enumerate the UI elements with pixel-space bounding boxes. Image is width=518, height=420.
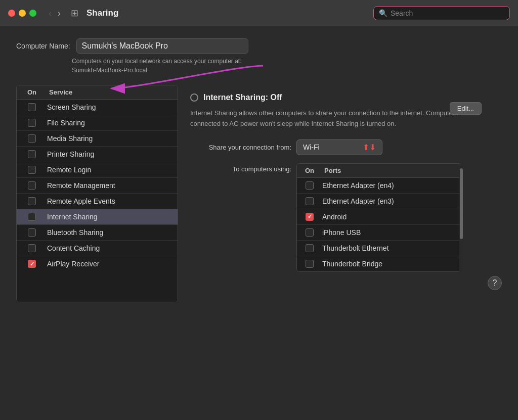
service-row-remote-apple-events[interactable]: Remote Apple Events: [17, 194, 178, 209]
col-service-header: Service: [47, 88, 178, 96]
service-row-remote-management[interactable]: Remote Management: [17, 178, 178, 194]
service-checkbox-remote-login[interactable]: [28, 166, 36, 174]
titlebar: ‹ › ⊞ Sharing 🔍: [0, 0, 518, 26]
maximize-button[interactable]: [29, 10, 36, 17]
traffic-lights: [8, 10, 36, 17]
service-checkbox-cell-printer-sharing: [17, 150, 47, 158]
services-list: On Service Screen SharingFile SharingMed…: [16, 85, 178, 302]
port-checkbox-cell-5: [297, 260, 322, 268]
service-row-file-sharing[interactable]: File Sharing: [17, 115, 178, 131]
port-label-4: Thunderbolt Ethernet: [322, 244, 463, 252]
computer-name-label: Computer Name:: [16, 42, 70, 50]
services-header: On Service: [17, 85, 178, 100]
service-checkbox-cell-screen-sharing: [17, 103, 47, 111]
service-checkbox-screen-sharing[interactable]: [28, 103, 36, 111]
nav-arrows: ‹ ›: [47, 8, 63, 19]
port-checkbox-cell-0: [297, 181, 322, 190]
port-label-5: Thunderbolt Bridge: [322, 260, 463, 268]
edit-button[interactable]: Edit...: [450, 102, 482, 115]
back-button[interactable]: ‹: [47, 8, 54, 19]
search-input[interactable]: [391, 9, 504, 17]
port-checkbox-1[interactable]: [306, 197, 314, 205]
ports-rows: Ethernet Adapter (en4)Ethernet Adapter (…: [297, 178, 463, 271]
service-label-bluetooth-sharing: Bluetooth Sharing: [47, 228, 178, 237]
port-checkbox-5[interactable]: [306, 260, 314, 268]
service-label-screen-sharing: Screen Sharing: [47, 103, 178, 111]
scrollbar-track: [459, 163, 463, 272]
port-row-4[interactable]: Thunderbolt Ethernet: [297, 241, 463, 256]
service-checkbox-cell-bluetooth-sharing: [17, 228, 47, 237]
service-checkbox-printer-sharing[interactable]: [28, 150, 36, 158]
service-label-printer-sharing: Printer Sharing: [47, 150, 178, 158]
service-checkbox-cell-remote-management: [17, 181, 47, 190]
service-row-bluetooth-sharing[interactable]: Bluetooth Sharing: [17, 225, 178, 241]
port-label-3: iPhone USB: [322, 228, 463, 237]
computer-name-input[interactable]: [76, 38, 248, 54]
internet-sharing-radio[interactable]: [190, 94, 198, 102]
service-checkbox-cell-airplay-receiver: [17, 260, 47, 268]
service-checkbox-cell-content-caching: [17, 244, 47, 252]
port-label-2: Android: [322, 213, 463, 221]
service-row-screen-sharing[interactable]: Screen Sharing: [17, 100, 178, 115]
service-row-printer-sharing[interactable]: Printer Sharing: [17, 147, 178, 162]
network-info-line2: Sumukh-MacBook-Pro.local: [72, 67, 147, 74]
service-row-remote-login[interactable]: Remote Login: [17, 162, 178, 178]
service-checkbox-media-sharing[interactable]: [28, 134, 36, 143]
wifi-dropdown-value: Wi-Fi: [303, 143, 320, 151]
internet-sharing-title: Internet Sharing: Off: [203, 93, 282, 102]
service-checkbox-airplay-receiver[interactable]: [28, 260, 36, 268]
computers-using-row: To computers using: On Ports Ethernet Ad…: [190, 163, 490, 272]
port-checkbox-4[interactable]: [306, 244, 314, 252]
service-row-internet-sharing[interactable]: Internet Sharing: [17, 209, 178, 225]
port-checkbox-cell-1: [297, 197, 322, 205]
port-checkbox-cell-4: [297, 244, 322, 252]
computers-using-label: To computers using:: [190, 163, 291, 173]
network-info: Computers on your local network can acce…: [72, 57, 502, 75]
port-label-1: Ethernet Adapter (en3): [322, 197, 463, 205]
dropdown-arrow-icon: ⬆⬇: [363, 143, 376, 152]
ports-table: On Ports Ethernet Adapter (en4)Ethernet …: [296, 163, 463, 272]
service-checkbox-cell-file-sharing: [17, 119, 47, 127]
service-checkbox-content-caching[interactable]: [28, 244, 36, 252]
service-checkbox-cell-remote-apple-events: [17, 197, 47, 205]
port-checkbox-cell-2: [297, 213, 322, 221]
service-label-remote-apple-events: Remote Apple Events: [47, 197, 178, 205]
service-label-file-sharing: File Sharing: [47, 119, 178, 127]
close-button[interactable]: [8, 10, 15, 17]
port-row-5[interactable]: Thunderbolt Bridge: [297, 256, 463, 271]
service-row-media-sharing[interactable]: Media Sharing: [17, 131, 178, 147]
service-checkbox-remote-management[interactable]: [28, 181, 36, 190]
forward-button[interactable]: ›: [56, 8, 63, 19]
service-checkbox-internet-sharing[interactable]: [28, 213, 36, 221]
edit-button-wrap: Edit...: [450, 102, 482, 115]
service-label-internet-sharing: Internet Sharing: [47, 213, 178, 221]
main-wrapper: Computer Name: Computers on your local n…: [0, 26, 518, 302]
port-row-1[interactable]: Ethernet Adapter (en3): [297, 194, 463, 209]
service-checkbox-bluetooth-sharing[interactable]: [28, 228, 36, 237]
port-label-0: Ethernet Adapter (en4): [322, 181, 463, 190]
service-checkbox-remote-apple-events[interactable]: [28, 197, 36, 205]
connection-from-row: Share your connection from: Wi-Fi ⬆⬇: [190, 139, 490, 155]
service-row-airplay-receiver[interactable]: AirPlay Receiver: [17, 256, 178, 271]
service-row-content-caching[interactable]: Content Caching: [17, 241, 178, 256]
service-checkbox-file-sharing[interactable]: [28, 119, 36, 127]
help-button[interactable]: ?: [488, 276, 502, 290]
service-checkbox-cell-remote-login: [17, 166, 47, 174]
minimize-button[interactable]: [19, 10, 26, 17]
ports-table-wrap: On Ports Ethernet Adapter (en4)Ethernet …: [296, 163, 463, 272]
port-row-2[interactable]: Android: [297, 209, 463, 225]
wifi-dropdown[interactable]: Wi-Fi ⬆⬇: [296, 139, 382, 155]
service-label-airplay-receiver: AirPlay Receiver: [47, 260, 178, 268]
service-label-remote-management: Remote Management: [47, 181, 178, 190]
services-area: On Service Screen SharingFile SharingMed…: [16, 85, 502, 302]
col-on-header: On: [17, 88, 47, 96]
port-row-0[interactable]: Ethernet Adapter (en4): [297, 178, 463, 194]
port-checkbox-3[interactable]: [306, 228, 314, 237]
service-label-remote-login: Remote Login: [47, 166, 178, 174]
network-info-line1: Computers on your local network can acce…: [72, 58, 241, 65]
port-row-3[interactable]: iPhone USB: [297, 225, 463, 241]
port-checkbox-2[interactable]: [306, 213, 314, 221]
grid-icon[interactable]: ⊞: [71, 8, 78, 19]
port-checkbox-0[interactable]: [306, 181, 314, 190]
connection-from-label: Share your connection from:: [190, 144, 291, 151]
